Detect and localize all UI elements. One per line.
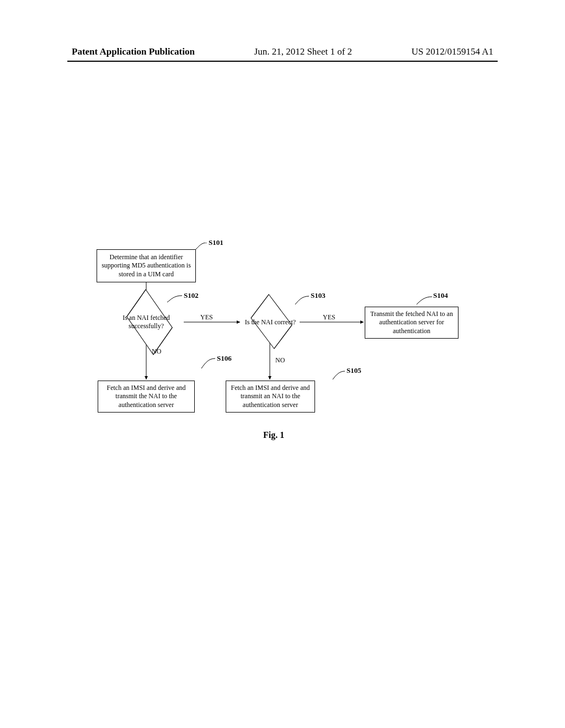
decision-s102-text: Is an NAI fetched successfully?	[109, 314, 184, 330]
step-s104: Transmit the fetched NAI to an authentic…	[365, 307, 459, 339]
step-s106-text: Fetch an IMSI and derive and transmit th…	[102, 384, 191, 410]
edge-no-2: NO	[275, 356, 285, 365]
decision-s103-text: Is the NAI correct?	[245, 318, 296, 326]
step-s106: Fetch an IMSI and derive and transmit th…	[98, 381, 195, 413]
flowchart: Determine that an identifier supporting …	[91, 243, 494, 441]
edge-no-1: NO	[152, 347, 161, 356]
step-s105: Fetch an IMSI and derive and transmit an…	[226, 381, 315, 413]
decision-s102: Is an NAI fetched successfully?	[109, 308, 184, 336]
header-left: Patent Application Publication	[72, 46, 195, 57]
edge-yes-2: YES	[323, 313, 335, 322]
page: Patent Application Publication Jun. 21, …	[0, 0, 565, 728]
header-center: Jun. 21, 2012 Sheet 1 of 2	[254, 46, 353, 57]
page-header: Patent Application Publication Jun. 21, …	[0, 43, 565, 62]
edge-yes-1: YES	[200, 313, 213, 322]
decision-s103: Is the NAI correct?	[240, 308, 301, 336]
step-s104-text: Transmit the fetched NAI to an authentic…	[369, 310, 455, 336]
step-s105-text: Fetch an IMSI and derive and transmit an…	[230, 384, 311, 410]
header-right: US 2012/0159154 A1	[412, 46, 493, 57]
label-s105: S105	[347, 366, 361, 375]
label-s101: S101	[209, 238, 223, 247]
figure-caption: Fig. 1	[263, 430, 284, 440]
label-s103: S103	[311, 291, 326, 300]
label-s102: S102	[184, 291, 199, 300]
label-s104: S104	[433, 291, 448, 300]
label-s106: S106	[217, 354, 232, 363]
header-rule	[67, 61, 498, 62]
step-s101-text: Determine that an identifier supporting …	[100, 253, 192, 279]
step-s101: Determine that an identifier supporting …	[97, 249, 196, 282]
